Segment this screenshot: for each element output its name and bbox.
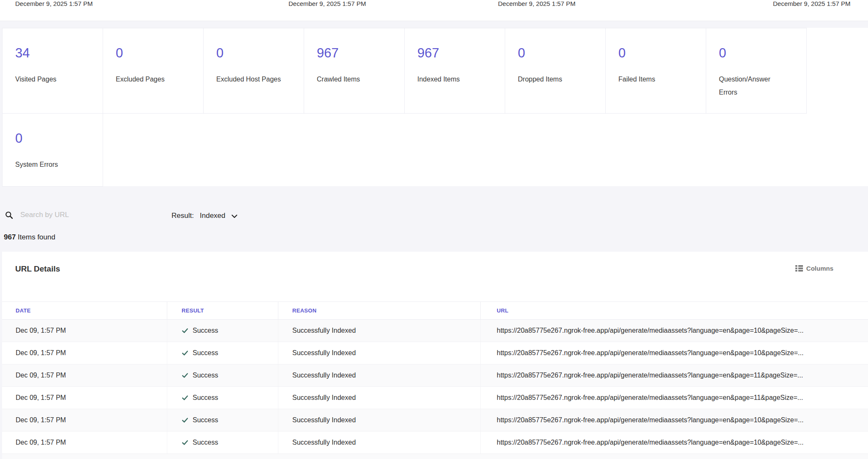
column-header-date[interactable]: DATE (2, 302, 167, 319)
url-details-panel: URL Details Columns DATE RESULT REASON U… (2, 252, 868, 459)
cell-url: https://20a85775e267.ngrok-free.app/api/… (481, 364, 868, 386)
chevron-down-icon (231, 215, 237, 218)
table-row[interactable]: Dec 09, 1:57 PM Success Successfully Ind… (2, 320, 868, 342)
table-row[interactable]: Dec 09, 1:57 PM Success Successfully Ind… (2, 387, 868, 409)
stat-card-crawled-items: 967 Crawled Items (304, 28, 405, 114)
cell-date: Dec 09, 1:57 PM (2, 387, 167, 409)
stat-label: Indexed Items (417, 73, 496, 86)
stat-label: Excluded Host Pages (216, 73, 295, 86)
table-header-row: DATE RESULT REASON URL (2, 301, 868, 320)
success-check-icon (182, 417, 188, 424)
column-header-url[interactable]: URL (481, 302, 868, 319)
stat-card-excluded-host-pages: 0 Excluded Host Pages (203, 28, 304, 114)
result-filter-select[interactable]: Indexed (200, 212, 237, 220)
stat-label: Visited Pages (15, 73, 94, 86)
timestamp: December 9, 2025 1:57 PM (498, 0, 575, 7)
table-row[interactable]: Dec 09, 1:57 PM Success Successfully Ind… (2, 409, 868, 432)
cell-date: Dec 09, 1:57 PM (2, 409, 167, 431)
search-icon (5, 211, 13, 219)
success-check-icon (182, 439, 188, 446)
stat-value: 34 (15, 46, 94, 60)
stat-value: 967 (317, 46, 396, 60)
result-filter-label: Result: (171, 212, 194, 220)
success-check-icon (182, 327, 188, 334)
cell-reason: Successfully Indexed (278, 364, 481, 386)
stat-label: Failed Items (618, 73, 697, 86)
cell-date: Dec 09, 1:57 PM (2, 364, 167, 386)
cell-reason: Successfully Indexed (278, 409, 481, 431)
column-header-reason[interactable]: REASON (278, 302, 481, 319)
success-check-icon (182, 350, 188, 356)
result-text: Success (193, 349, 218, 357)
columns-button-label: Columns (806, 265, 833, 272)
stat-value: 0 (618, 46, 697, 60)
table-row[interactable]: Dec 09, 1:57 PM Success Successfully Ind… (2, 342, 868, 364)
stat-label: Question/Answer Errors (719, 73, 775, 99)
stat-label: System Errors (15, 158, 94, 171)
cell-reason: Successfully Indexed (278, 320, 481, 342)
panel-title: URL Details (15, 264, 60, 274)
stat-card-system-errors: 0 System Errors (2, 113, 103, 187)
cell-url: https://20a85775e267.ngrok-free.app/api/… (481, 342, 868, 364)
cell-result: Success (167, 320, 278, 342)
cell-url: https://20a85775e267.ngrok-free.app/api/… (481, 432, 868, 454)
stat-card-visited-pages: 34 Visited Pages (2, 28, 103, 114)
cell-result: Success (167, 342, 278, 364)
table-row[interactable]: Dec 09, 1:57 PM Success Successfully Ind… (2, 432, 868, 454)
cell-result: Success (167, 387, 278, 409)
result-filter-value: Indexed (200, 212, 226, 220)
stat-value: 0 (15, 131, 94, 146)
stat-label: Excluded Pages (116, 73, 195, 86)
result-text: Success (193, 439, 218, 446)
stat-value: 967 (417, 46, 496, 60)
timestamp: December 9, 2025 1:57 PM (773, 0, 850, 7)
stat-card-indexed-items: 967 Indexed Items (404, 28, 505, 114)
cell-date: Dec 09, 1:57 PM (2, 342, 167, 364)
result-text: Success (193, 327, 218, 334)
stat-value: 0 (116, 46, 195, 60)
success-check-icon (182, 394, 188, 401)
column-header-result[interactable]: RESULT (167, 302, 278, 319)
cell-reason: Successfully Indexed (278, 387, 481, 409)
stat-label: Crawled Items (317, 73, 396, 86)
stats-section: 34 Visited Pages 0 Excluded Pages 0 Excl… (2, 28, 868, 186)
result-text: Success (193, 372, 218, 379)
table-body: Dec 09, 1:57 PM Success Successfully Ind… (2, 320, 868, 459)
cell-url: https://20a85775e267.ngrok-free.app/api/… (481, 387, 868, 409)
cell-url: https://20a85775e267.ngrok-free.app/api/… (481, 320, 868, 342)
stat-card-failed-items: 0 Failed Items (605, 28, 706, 114)
timestamp: December 9, 2025 1:57 PM (288, 0, 366, 7)
columns-icon (795, 265, 803, 272)
cell-result: Success (167, 432, 278, 454)
stat-card-question-answer-errors: 0 Question/Answer Errors (706, 28, 807, 114)
timestamp-band: December 9, 2025 1:57 PM December 9, 202… (0, 0, 868, 21)
cell-date: Dec 09, 1:57 PM (2, 320, 167, 342)
result-text: Success (193, 394, 218, 402)
cell-result: Success (167, 409, 278, 431)
items-found-summary: 967 Items found (4, 233, 55, 242)
items-found-count: 967 (4, 233, 16, 241)
search-input[interactable] (20, 208, 160, 222)
cell-result: Success (167, 364, 278, 386)
success-check-icon (182, 372, 188, 379)
items-found-label: Items found (16, 233, 55, 241)
cell-reason: Successfully Indexed (278, 432, 481, 454)
stat-value: 0 (719, 46, 798, 60)
timestamp: December 9, 2025 1:57 PM (15, 0, 93, 7)
columns-button[interactable]: Columns (795, 265, 833, 272)
result-text: Success (193, 416, 218, 424)
stat-card-dropped-items: 0 Dropped Items (505, 28, 606, 114)
table-row[interactable]: Dec 09, 1:57 PM Success Successfully Ind… (2, 364, 868, 387)
stat-label: Dropped Items (518, 73, 597, 86)
table-row-partial (2, 454, 868, 459)
cell-reason: Successfully Indexed (278, 342, 481, 364)
cell-url: https://20a85775e267.ngrok-free.app/api/… (481, 409, 868, 431)
stat-value: 0 (216, 46, 295, 60)
stat-value: 0 (518, 46, 597, 60)
stat-card-excluded-pages: 0 Excluded Pages (103, 28, 204, 114)
cell-date: Dec 09, 1:57 PM (2, 432, 167, 454)
